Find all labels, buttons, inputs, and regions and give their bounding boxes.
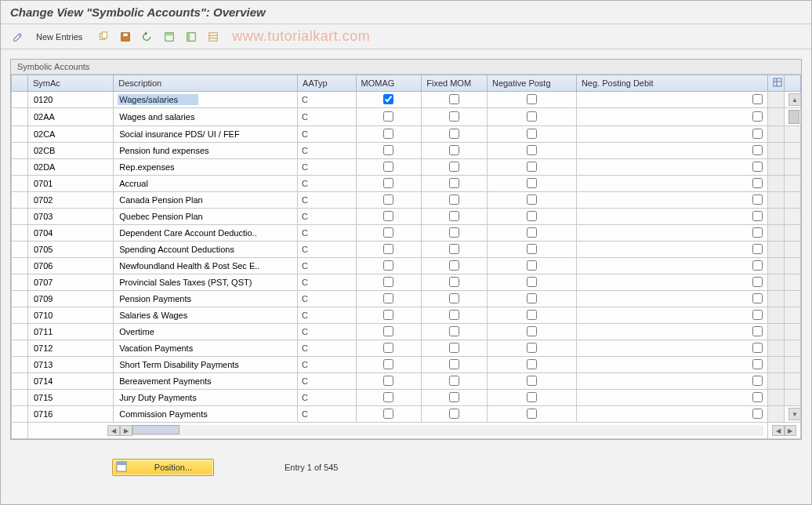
negative-postg-cell[interactable] [487,143,576,159]
neg-posting-debit-cell[interactable] [576,108,767,126]
neg-posting-debit-cell[interactable] [576,225,767,242]
fixed-mom-cell[interactable] [422,324,488,340]
fixed-mom-checkbox[interactable] [449,359,459,369]
aatyp-cell[interactable]: C [298,192,356,209]
symac-cell[interactable] [27,176,113,192]
aatyp-cell[interactable]: C [298,406,356,423]
neg-posting-debit-checkbox[interactable] [752,162,763,172]
fixed-mom-cell[interactable] [422,209,488,225]
symac-input[interactable] [32,359,109,370]
momag-checkbox[interactable] [383,293,393,303]
symac-cell[interactable] [27,258,113,274]
fixed-mom-cell[interactable] [422,307,488,324]
symac-input[interactable] [32,111,109,122]
negative-postg-checkbox[interactable] [527,310,537,320]
fixed-mom-cell[interactable] [422,92,488,108]
momag-checkbox[interactable] [383,94,393,104]
momag-cell[interactable] [356,209,422,225]
fixed-mom-cell[interactable] [422,373,488,390]
fixed-mom-cell[interactable] [422,390,488,406]
symac-input[interactable] [32,211,109,222]
aatyp-cell[interactable]: C [298,126,356,143]
description-input[interactable] [118,343,293,354]
description-cell[interactable] [114,357,298,373]
col-fixedmom-header[interactable]: Fixed MOM [422,75,488,92]
select-all-button[interactable] [160,29,179,45]
symac-cell[interactable] [27,340,113,357]
description-cell[interactable] [114,242,298,258]
momag-cell[interactable] [356,307,422,324]
row-selector[interactable] [12,159,28,176]
description-cell[interactable] [114,258,298,274]
fixed-mom-cell[interactable] [422,242,488,258]
fixed-mom-cell[interactable] [422,143,488,159]
negative-postg-cell[interactable] [487,357,576,373]
neg-posting-debit-checkbox[interactable] [752,178,763,188]
aatyp-cell[interactable]: C [298,373,356,390]
fixed-mom-cell[interactable] [422,126,488,143]
scroll-up-button[interactable]: ▲ [788,93,801,106]
aatyp-cell[interactable]: C [298,143,356,159]
symac-input[interactable] [32,343,109,354]
negative-postg-checkbox[interactable] [527,392,537,402]
negative-postg-cell[interactable] [487,340,576,357]
negative-postg-cell[interactable] [487,159,576,176]
momag-checkbox[interactable] [383,227,393,238]
aatyp-cell[interactable]: C [298,291,356,307]
aatyp-cell[interactable]: C [298,357,356,373]
negative-postg-checkbox[interactable] [527,277,537,287]
description-input[interactable] [118,310,293,321]
description-input[interactable] [118,260,293,271]
row-selector[interactable] [12,242,28,258]
symac-input[interactable] [32,178,109,189]
fixed-mom-checkbox[interactable] [449,145,459,155]
negative-postg-checkbox[interactable] [527,194,537,205]
hscroll-right-button[interactable]: ▶ [120,425,132,436]
neg-posting-debit-cell[interactable] [576,159,767,176]
description-cell[interactable] [114,159,298,176]
symac-cell[interactable] [27,406,113,423]
neg-posting-debit-checkbox[interactable] [752,145,763,155]
neg-posting-debit-checkbox[interactable] [752,376,763,386]
fixed-mom-checkbox[interactable] [449,227,459,238]
description-input[interactable] [118,277,293,288]
momag-checkbox[interactable] [383,343,393,353]
negative-postg-checkbox[interactable] [527,359,537,369]
aatyp-cell[interactable]: C [298,92,356,108]
negative-postg-cell[interactable] [487,242,576,258]
neg-posting-debit-checkbox[interactable] [752,359,763,369]
momag-cell[interactable] [356,225,422,242]
momag-checkbox[interactable] [383,111,393,122]
print-button[interactable] [204,29,223,45]
row-selector[interactable] [12,390,28,406]
description-cell[interactable] [114,92,298,108]
symac-cell[interactable] [27,242,113,258]
aatyp-cell[interactable]: C [298,159,356,176]
symac-cell[interactable] [27,92,113,108]
fixed-mom-checkbox[interactable] [449,244,459,254]
fixed-mom-checkbox[interactable] [449,178,459,188]
description-cell[interactable] [114,126,298,143]
symac-cell[interactable] [27,373,113,390]
symac-input[interactable] [32,310,109,321]
momag-cell[interactable] [356,406,422,423]
symac-input[interactable] [32,94,109,105]
fixed-mom-checkbox[interactable] [449,111,459,122]
toggle-view-button[interactable] [9,29,27,45]
negative-postg-cell[interactable] [487,92,576,108]
symac-cell[interactable] [27,307,113,324]
description-cell[interactable] [114,324,298,340]
symac-cell[interactable] [27,159,113,176]
description-cell[interactable] [114,192,298,209]
description-cell[interactable] [114,340,298,357]
neg-posting-debit-checkbox[interactable] [752,94,763,104]
row-selector[interactable] [12,126,28,143]
neg-posting-debit-checkbox[interactable] [752,244,763,254]
momag-checkbox[interactable] [383,376,393,386]
aatyp-cell[interactable]: C [298,390,356,406]
hscroll-right2-button[interactable]: ▶ [785,425,796,436]
momag-checkbox[interactable] [383,162,393,172]
description-cell[interactable] [114,291,298,307]
fixed-mom-cell[interactable] [422,159,488,176]
symac-input[interactable] [32,145,109,156]
